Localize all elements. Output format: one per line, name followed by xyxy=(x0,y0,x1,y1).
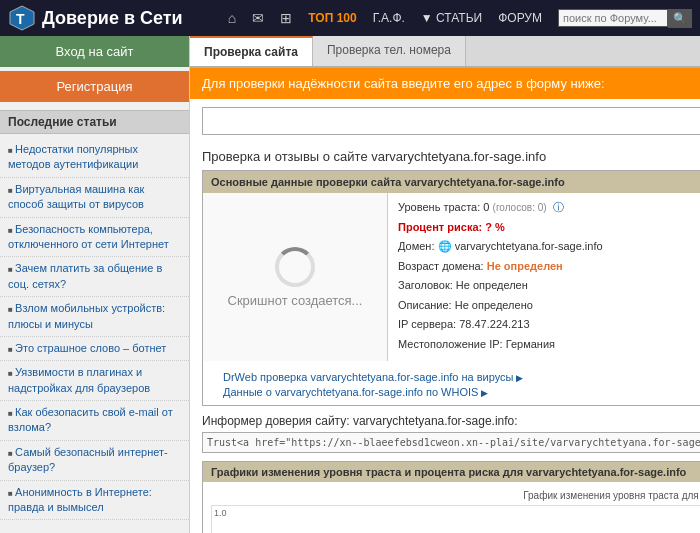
y-label-top: 1.0 xyxy=(214,508,227,518)
screenshot-text: Скришнот создается... xyxy=(228,293,363,308)
data-body: Скришнот создается... Уровень траста: 0 … xyxy=(203,193,700,361)
percent-risk-label: Процент риска: xyxy=(398,221,482,233)
domain-value: varvarychtetyana.for-sage.info xyxy=(455,240,603,252)
sidebar-article-2[interactable]: Безопасность компьютера, отключенного от… xyxy=(0,218,189,258)
register-button[interactable]: Регистрация xyxy=(0,71,189,102)
informer-box: Trust<a href="https://xn--blaeefebsd1cwe… xyxy=(202,432,700,453)
tab-bar: Проверка сайта Проверка тел. номера xyxy=(190,36,700,68)
location-label: Местоположение IP: xyxy=(398,338,503,350)
screenshot-area: Скришнот создается... xyxy=(203,193,388,361)
nav-articles[interactable]: ▼ СТАТЬИ xyxy=(421,11,482,25)
trust-level-label: Уровень траста: xyxy=(398,201,480,213)
sidebar-article-9[interactable]: Анонимность в Интернете: правда и вымысе… xyxy=(0,481,189,521)
sidebar-article-4[interactable]: Взлом мобильных устройств: плюсы и минус… xyxy=(0,297,189,337)
svg-text:Т: Т xyxy=(16,11,25,27)
search-bar: 🔍 xyxy=(558,9,692,28)
sidebar-article-5[interactable]: Это страшное слово – ботнет xyxy=(0,337,189,361)
data-links-section: DrWeb проверка varvarychtetyana.for-sage… xyxy=(215,367,700,405)
sidebar-article-6[interactable]: Уязвимости в плагинах и надстройках для … xyxy=(0,361,189,401)
informer-title: Информер доверия сайту: varvarychtetyana… xyxy=(202,414,700,428)
tab-check-site[interactable]: Проверка сайта xyxy=(190,36,313,66)
nav-forum[interactable]: ФОРУМ xyxy=(498,11,542,25)
trust-votes: (голосов: 0) xyxy=(493,202,547,213)
url-input-row: ПРОВЕРКА САЙТА xyxy=(190,99,700,143)
header: Т Доверие в Сети ⌂ ✉ ⊞ ТОП 100 Г.А.Ф. ▼ … xyxy=(0,0,700,36)
loading-spinner xyxy=(275,247,315,287)
header-row: Заголовок: Не определен xyxy=(398,277,700,294)
location-row: Местоположение IP: Германия xyxy=(398,336,700,353)
graph-svg xyxy=(242,506,700,533)
domain-label: Домен: xyxy=(398,240,435,252)
content-area: Проверка сайта Проверка тел. номера Для … xyxy=(190,36,700,533)
virus-check-link[interactable]: DrWeb проверка varvarychtetyana.for-sage… xyxy=(223,371,700,383)
description-row: Описание: Не определено xyxy=(398,297,700,314)
nav-top100[interactable]: ТОП 100 xyxy=(308,11,356,25)
domain-row: Домен: 🌐 varvarychtetyana.for-sage.info xyxy=(398,238,700,255)
age-row: Возраст домена: Не определен xyxy=(398,258,700,275)
description-value: Не определено xyxy=(455,299,533,311)
search-input[interactable] xyxy=(558,9,668,27)
site-header-label: Заголовок: xyxy=(398,279,453,291)
sidebar-article-1[interactable]: Виртуальная машина как способ защиты от … xyxy=(0,178,189,218)
sidebar-article-0[interactable]: Недостатки популярных методов аутентифик… xyxy=(0,138,189,178)
graph-section: Графики изменения уровня траста и процен… xyxy=(202,461,700,533)
data-section: Основные данные проверки сайта varvarych… xyxy=(202,170,700,406)
review-title: Проверка и отзывы о сайте varvarychtetya… xyxy=(190,143,700,170)
graph-inner-title: График изменения уровня траста для varva… xyxy=(211,490,700,501)
age-label: Возраст домена: xyxy=(398,260,484,272)
sidebar-article-8[interactable]: Самый безопасный интернет-браузер? xyxy=(0,441,189,481)
ip-row: IP сервера: 78.47.224.213 xyxy=(398,316,700,333)
sidebar-articles-list: Недостатки популярных методов аутентифик… xyxy=(0,134,189,524)
ip-label: IP сервера: xyxy=(398,318,456,330)
informer-content: Trust<a href="https://xn--blaeefebsd1cwe… xyxy=(207,437,700,448)
whois-link[interactable]: Данные о varvarychtetyana.for-sage.info … xyxy=(223,386,700,398)
location-value: Германия xyxy=(506,338,555,350)
graph-section-header: Графики изменения уровня траста и процен… xyxy=(203,462,700,482)
logo-icon: Т xyxy=(8,4,36,32)
grid-icon[interactable]: ⊞ xyxy=(280,10,292,26)
info-panel: Уровень траста: 0 (голосов: 0) ⓘ Процент… xyxy=(388,193,700,361)
trust-info-icon[interactable]: ⓘ xyxy=(553,201,564,213)
url-input[interactable] xyxy=(202,107,700,135)
sidebar-article-3[interactable]: Зачем платить за общение в соц. сетях? xyxy=(0,257,189,297)
sidebar-articles-title: Последние статьи xyxy=(0,110,189,134)
logo: Т Доверие в Сети xyxy=(8,4,183,32)
banner-text: Для проверки надёжности сайта введите ег… xyxy=(190,68,700,99)
graph-chart: 1.0 0.5 0.0 Активация W Чтобы активиро..… xyxy=(211,505,700,533)
search-button[interactable]: 🔍 xyxy=(668,9,692,28)
home-icon[interactable]: ⌂ xyxy=(228,10,236,26)
site-header-value: Не определен xyxy=(456,279,528,291)
age-value: Не определен xyxy=(487,260,563,272)
description-label: Описание: xyxy=(398,299,452,311)
trust-level-value: 0 xyxy=(483,201,489,213)
informer-section: Информер доверия сайту: varvarychtetyana… xyxy=(202,414,700,453)
percent-risk-value: ? % xyxy=(485,221,505,233)
sidebar: Вход на сайт Регистрация Последние стать… xyxy=(0,36,190,533)
domain-icon: 🌐 xyxy=(438,240,455,252)
data-section-header: Основные данные проверки сайта varvarych… xyxy=(203,171,700,193)
main-nav: ⌂ ✉ ⊞ ТОП 100 Г.А.Ф. ▼ СТАТЬИ ФОРУМ 🔍 xyxy=(228,9,692,28)
trust-level-row: Уровень траста: 0 (голосов: 0) ⓘ xyxy=(398,199,700,216)
tab-check-phone[interactable]: Проверка тел. номера xyxy=(313,36,466,66)
ip-value: 78.47.224.213 xyxy=(459,318,529,330)
percent-risk-row: Процент риска: ? % xyxy=(398,219,700,236)
site-title: Доверие в Сети xyxy=(42,8,183,29)
graph-body: График изменения уровня траста для varva… xyxy=(203,482,700,533)
nav-faq[interactable]: Г.А.Ф. xyxy=(373,11,405,25)
sidebar-article-7[interactable]: Как обезопасить свой e-mail от взлома? xyxy=(0,401,189,441)
login-button[interactable]: Вход на сайт xyxy=(0,36,189,67)
main-layout: Вход на сайт Регистрация Последние стать… xyxy=(0,36,700,533)
envelope-icon[interactable]: ✉ xyxy=(252,10,264,26)
